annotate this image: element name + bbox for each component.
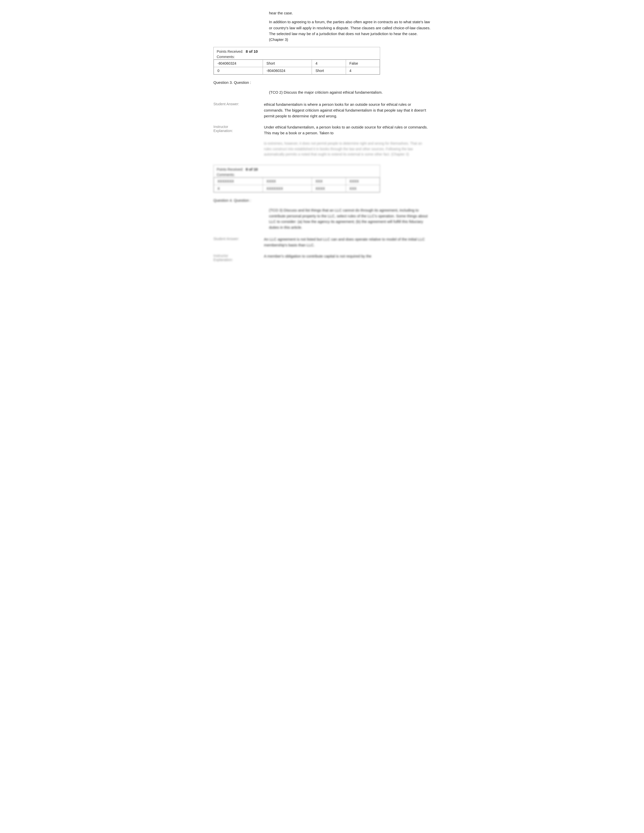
points-value: 8 of 10: [246, 49, 258, 53]
blurred-q3-points-table: Points Received: 8 of 10 Comments: XXXXX…: [213, 165, 380, 193]
blurred-points-label: Points Received:: [217, 167, 243, 171]
blurred-table-row: XXXXXXX XXXX XXX XXXX: [214, 178, 380, 185]
blurred-instructor-content2: A member's obligation to contribute capi…: [264, 253, 431, 262]
instructor-content: Under ethical fundamentalism, a person l…: [264, 124, 431, 136]
blurred-comments-label: Comments:: [217, 173, 235, 177]
question3-body: (TCO 2) Discuss the major criticism agai…: [269, 90, 431, 95]
question3-header-text: Question 3. Question :: [213, 80, 251, 85]
blurred-q4-body: (TCO 3) Discuss and list things that an …: [269, 207, 431, 230]
top-text-line2: In addition to agreeing to a forum, the …: [269, 19, 431, 42]
student-answer-label: Student Answer:: [213, 101, 264, 119]
blurred-student-label: Student Answer:: [213, 236, 264, 248]
cell-2-2: -804060324: [263, 67, 312, 74]
cell-2-4: 4: [346, 67, 380, 74]
q2-data-table: -804060324 Short 4 False 0 -804060324 Sh…: [214, 60, 380, 74]
cell-2-1: 0: [214, 67, 263, 74]
blurred-comments-row: Comments:: [217, 172, 377, 177]
question3-header: Question 3. Question :: [213, 80, 431, 85]
points-row: Points Received: 8 of 10: [217, 49, 377, 53]
blurred-cell-2-2: XXXXXXX: [263, 185, 312, 192]
cell-1-1: -804060324: [214, 60, 263, 67]
points-label: Points Received:: [217, 50, 243, 53]
cell-2-3: Short: [312, 67, 346, 74]
cell-1-2: Short: [263, 60, 312, 67]
blurred-student-answer-row: Student Answer: An LLC agreement is not …: [213, 236, 431, 248]
instructor-label-text: InstructorExplanation:: [213, 125, 233, 133]
blurred-cell-2-3: XXXX: [312, 185, 346, 192]
blurred-instructor-label2: InstructorExplanation:: [213, 253, 264, 262]
top-text-section: hear the case. In addition to agreeing t…: [269, 10, 431, 42]
blurred-instructor-continuation: to extremes, however, it does not permit…: [213, 141, 431, 157]
blurred-data-table: XXXXXXX XXXX XXX XXXX X XXXXXXX XXXX XXX: [214, 177, 380, 192]
student-answer-content: ethical fundamentalism is where a person…: [264, 101, 431, 119]
blurred-cell-1-2: XXXX: [263, 178, 312, 185]
question3-body-text: (TCO 2) Discuss the major criticism agai…: [269, 90, 383, 95]
blurred-cell-1-1: XXXXXXX: [214, 178, 263, 185]
blurred-instructor-label: [213, 141, 264, 157]
q2-points-table: Points Received: 8 of 10 Comments: -8040…: [213, 47, 380, 75]
blurred-points-row: Points Received: 8 of 10: [217, 167, 377, 171]
table-row: 0 -804060324 Short 4: [214, 67, 380, 74]
table-row: -804060324 Short 4 False: [214, 60, 380, 67]
student-answer-row: Student Answer: ethical fundamentalism i…: [213, 101, 431, 119]
blurred-student-content: An LLC agreement is not listed but LLC c…: [264, 236, 431, 248]
q2-points-header: Points Received: 8 of 10 Comments:: [214, 47, 380, 60]
blurred-instructor-text: to extremes, however, it does not permit…: [264, 141, 431, 157]
blurred-instructor-row: to extremes, however, it does not permit…: [213, 141, 431, 157]
blurred-cell-1-4: XXXX: [346, 178, 380, 185]
instructor-label: InstructorExplanation:: [213, 124, 264, 136]
blurred-q4-header-text: Question 4. Question :: [213, 198, 431, 203]
blurred-instructor-row2: InstructorExplanation: A member's obliga…: [213, 253, 431, 262]
instructor-explanation-row: InstructorExplanation: Under ethical fun…: [213, 124, 431, 136]
blurred-points-header: Points Received: 8 of 10 Comments:: [214, 165, 380, 177]
comments-label: Comments:: [217, 55, 235, 59]
cell-1-4: False: [346, 60, 380, 67]
blurred-cell-2-1: X: [214, 185, 263, 192]
blurred-points-value: 8 of 10: [246, 167, 258, 171]
top-text-line1: hear the case.: [269, 10, 431, 16]
blurred-table-row: X XXXXXXX XXXX XXX: [214, 185, 380, 192]
cell-1-3: 4: [312, 60, 346, 67]
blurred-cell-1-3: XXX: [312, 178, 346, 185]
blurred-question4-header: Question 4. Question : (TCO 3) Discuss a…: [213, 198, 431, 230]
blurred-cell-2-4: XXX: [346, 185, 380, 192]
comments-row: Comments:: [217, 55, 377, 59]
